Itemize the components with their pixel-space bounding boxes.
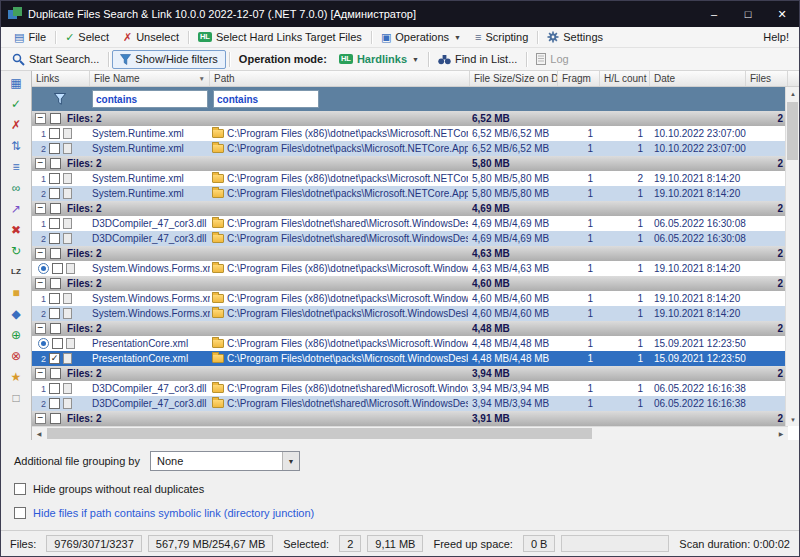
menu-scripting[interactable]: ≡ Scripting	[468, 27, 535, 47]
file-row[interactable]: 1D3DCompiler_47_cor3.dllC:\Program Files…	[32, 216, 788, 231]
vertical-scrollbar[interactable]: ▲ ▼	[785, 87, 799, 426]
file-checkbox[interactable]	[52, 338, 63, 349]
file-row[interactable]: 1System.Windows.Forms.xmlC:\Program File…	[32, 291, 788, 306]
path-filter-input[interactable]	[213, 90, 319, 108]
file-checkbox[interactable]	[52, 263, 63, 274]
file-row[interactable]: 2D3DCompiler_47_cor3.dllC:\Program Files…	[32, 231, 788, 246]
stop-icon[interactable]: □	[7, 389, 25, 406]
file-row[interactable]: System.Windows.Forms.xmlC:\Program Files…	[32, 261, 788, 276]
minimize-button[interactable]: –	[697, 1, 731, 27]
file-checkbox[interactable]	[49, 188, 60, 199]
find-in-list-button[interactable]: Find in List...	[432, 53, 523, 65]
refresh-icon[interactable]: ↻	[7, 242, 25, 259]
lz-compress-icon[interactable]: LZ	[7, 263, 25, 280]
group-header-row[interactable]: −Files: 24,60 MB2	[32, 276, 788, 291]
delete-files-icon[interactable]: ✖	[7, 221, 25, 238]
group-checkbox[interactable]	[50, 113, 61, 124]
group-checkbox[interactable]	[50, 248, 61, 259]
hide-groups-checkbox-row[interactable]: Hide groups without real duplicates	[14, 483, 799, 495]
scroll-left-arrow[interactable]: ◀	[32, 427, 46, 440]
file-checkbox[interactable]	[49, 128, 60, 139]
grouping-dropdown[interactable]: None ▼	[150, 451, 300, 471]
add-files-icon[interactable]: ⊕	[7, 326, 25, 343]
column-header-fragm[interactable]: Fragm	[558, 71, 600, 86]
open-folder-icon[interactable]: ■	[7, 284, 25, 301]
menu-unselect[interactable]: ✗ Unselect	[116, 27, 186, 47]
column-header-path[interactable]: Path	[210, 71, 470, 86]
file-checkbox[interactable]	[49, 143, 60, 154]
group-header-row[interactable]: −Files: 23,94 MB2	[32, 366, 788, 381]
start-search-button[interactable]: Start Search...	[6, 53, 105, 66]
scroll-right-arrow[interactable]: ▶	[774, 427, 788, 440]
file-row[interactable]: 2D3DCompiler_47_cor3.dllC:\Program Files…	[32, 396, 788, 411]
hardlink-tool-icon[interactable]: ∞	[7, 179, 25, 196]
column-header-links[interactable]: Links	[32, 71, 90, 86]
collapse-expander-icon[interactable]: −	[35, 203, 46, 214]
favorites-icon[interactable]: ★	[7, 368, 25, 385]
file-checkbox[interactable]	[49, 308, 60, 319]
file-checkbox[interactable]	[49, 398, 60, 409]
group-checkbox[interactable]	[50, 203, 61, 214]
collapse-expander-icon[interactable]: −	[35, 323, 46, 334]
menu-operations[interactable]: ▣ Operations ▼	[374, 27, 468, 47]
collapse-expander-icon[interactable]: −	[35, 113, 46, 124]
file-row[interactable]: 2System.Runtime.xmlC:\Program Files\dotn…	[32, 186, 788, 201]
group-header-row[interactable]: −Files: 26,52 MB2	[32, 111, 788, 126]
file-checkbox[interactable]	[49, 218, 60, 229]
hide-groups-checkbox[interactable]	[14, 483, 26, 495]
group-header-row[interactable]: −Files: 25,80 MB2	[32, 156, 788, 171]
group-header-row[interactable]: −Files: 24,69 MB2	[32, 201, 788, 216]
group-checkbox[interactable]	[50, 158, 61, 169]
symlink-tool-icon[interactable]: ↗	[7, 200, 25, 217]
file-row[interactable]: 1System.Runtime.xmlC:\Program Files (x86…	[32, 171, 788, 186]
file-row[interactable]: PresentationCore.xmlC:\Program Files (x8…	[32, 336, 788, 351]
file-checkbox[interactable]: ✓	[49, 353, 60, 364]
group-checkbox[interactable]	[50, 368, 61, 379]
vertical-scroll-thumb[interactable]	[787, 102, 798, 160]
menu-help[interactable]: Help!	[759, 27, 793, 47]
menu-select[interactable]: ✓ Select	[58, 27, 116, 47]
horizontal-scroll-thumb[interactable]	[47, 428, 592, 439]
menu-file[interactable]: ▤ File	[7, 27, 53, 47]
file-checkbox[interactable]	[49, 233, 60, 244]
hide-symlink-checkbox-row[interactable]: Hide files if path contains symbolic lin…	[14, 507, 799, 519]
column-header-files[interactable]: Files	[746, 71, 788, 86]
hide-symlink-checkbox[interactable]	[14, 507, 26, 519]
file-row[interactable]: 2System.Runtime.xmlC:\Program Files\dotn…	[32, 141, 788, 156]
file-checkbox[interactable]	[49, 383, 60, 394]
log-button[interactable]: Log	[530, 53, 574, 65]
collapse-expander-icon[interactable]: −	[35, 158, 46, 169]
show-hide-filters-button[interactable]: Show/Hide filters	[112, 50, 226, 69]
file-checkbox[interactable]	[49, 293, 60, 304]
scroll-down-arrow[interactable]: ▼	[786, 413, 800, 426]
uncheck-all-icon[interactable]: ✗	[7, 116, 25, 133]
column-header-name[interactable]: File Name▼	[90, 71, 210, 86]
scroll-up-arrow[interactable]: ▲	[786, 87, 800, 100]
collapse-expander-icon[interactable]: −	[35, 368, 46, 379]
file-row[interactable]: 2✓PresentationCore.xmlC:\Program Files\d…	[32, 351, 788, 366]
column-header-date[interactable]: Date	[650, 71, 746, 86]
operation-mode-dropdown[interactable]: HL Hardlinks ▼	[333, 53, 425, 65]
group-header-row[interactable]: −Files: 24,63 MB2	[32, 246, 788, 261]
check-list-icon[interactable]: ≡	[7, 158, 25, 175]
collapse-expander-icon[interactable]: −	[35, 248, 46, 259]
check-all-icon[interactable]: ✓	[7, 95, 25, 112]
close-button[interactable]: ✕	[765, 1, 799, 27]
save-report-icon[interactable]: ◆	[7, 305, 25, 322]
file-row[interactable]: 1D3DCompiler_47_cor3.dllC:\Program Files…	[32, 381, 788, 396]
collapse-expander-icon[interactable]: −	[35, 278, 46, 289]
select-grid-icon[interactable]: ▦	[7, 74, 25, 91]
file-row[interactable]: 2System.Windows.Forms.xmlC:\Program File…	[32, 306, 788, 321]
group-checkbox[interactable]	[50, 323, 61, 334]
column-header-hl[interactable]: H/L count	[600, 71, 650, 86]
collapse-expander-icon[interactable]: −	[35, 413, 46, 424]
group-checkbox[interactable]	[50, 413, 61, 424]
invert-selection-icon[interactable]: ⇅	[7, 137, 25, 154]
group-header-row[interactable]: −Files: 23,91 MB2	[32, 411, 788, 426]
menu-select-hardlinks-target[interactable]: HL Select Hard Links Target Files	[191, 27, 369, 47]
group-checkbox[interactable]	[50, 278, 61, 289]
remove-from-list-icon[interactable]: ⊗	[7, 347, 25, 364]
menu-settings[interactable]: Settings	[540, 27, 610, 47]
column-header-size[interactable]: File Size/Size on Disk	[470, 71, 558, 86]
file-checkbox[interactable]	[49, 173, 60, 184]
